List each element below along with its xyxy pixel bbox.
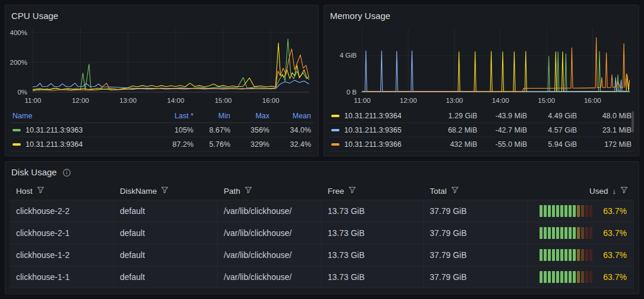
column-header-used[interactable]: Used↓ bbox=[528, 182, 634, 200]
disk-table: HostDiskNamePathFreeTotalUsed↓ clickhous… bbox=[10, 182, 634, 288]
gauge-segment bbox=[589, 227, 592, 239]
legend-col-name[interactable]: Name bbox=[12, 112, 147, 120]
column-header-diskname[interactable]: DiskName bbox=[114, 182, 218, 200]
filter-icon[interactable] bbox=[37, 186, 45, 196]
series-line-10.31.211.3:9366 bbox=[33, 49, 309, 90]
used-percent: 63.7% bbox=[599, 250, 627, 260]
used-gauge bbox=[540, 249, 592, 261]
series-swatch bbox=[331, 143, 340, 146]
filter-icon[interactable] bbox=[161, 186, 169, 196]
gauge-segment bbox=[577, 271, 580, 283]
memory-usage-chart[interactable]: 11:0012:0013:0014:0015:0016:000 B4 GiB bbox=[329, 23, 634, 108]
series-line-10.31.211.3:9365 bbox=[33, 80, 309, 89]
series-line-10.31.211.3:9364 bbox=[33, 43, 309, 90]
disk-usage-panel: Disk Usage HostDiskNamePathFreeTotalUsed… bbox=[5, 161, 639, 294]
gauge-segment bbox=[544, 271, 547, 283]
cell-free: 13.73 GiB bbox=[322, 222, 424, 244]
gauge-segment bbox=[585, 271, 588, 283]
legend-value: -42.7 MiB bbox=[477, 126, 527, 134]
used-percent: 63.7% bbox=[599, 206, 627, 216]
legend-value: 432 MiB bbox=[420, 140, 477, 149]
cell-total: 37.79 GiB bbox=[424, 222, 528, 244]
table-row: clickhouse-1-1default/var/lib/clickhouse… bbox=[10, 266, 634, 288]
memory-panel-title[interactable]: Memory Usage bbox=[329, 9, 634, 23]
cell-host: clickhouse-2-2 bbox=[10, 200, 114, 222]
series-swatch bbox=[12, 129, 21, 131]
gauge-segment bbox=[585, 227, 588, 239]
filter-icon[interactable] bbox=[620, 186, 628, 196]
cell-host: clickhouse-1-2 bbox=[10, 244, 114, 266]
cell-free: 13.73 GiB bbox=[322, 200, 424, 222]
legend-scrollbar[interactable] bbox=[632, 111, 634, 133]
gauge-segment bbox=[573, 205, 576, 217]
gauge-segment bbox=[577, 227, 580, 239]
cell-diskname: default bbox=[114, 222, 218, 244]
legend-series-name[interactable]: 10.31.211.3:9365 bbox=[344, 126, 401, 134]
legend-series-name[interactable]: 10.31.211.3:9363 bbox=[26, 126, 83, 134]
legend-series-name[interactable]: 10.31.211.3:9364 bbox=[26, 140, 83, 149]
legend-row: 10.31.211.3:936487.2%5.76%329%32.4% bbox=[10, 137, 313, 152]
used-gauge bbox=[540, 227, 592, 239]
series-line-10.31.211.3:9366 bbox=[362, 37, 629, 92]
cpu-panel-title[interactable]: CPU Usage bbox=[10, 9, 313, 23]
filter-icon[interactable] bbox=[245, 186, 252, 196]
cell-total: 37.79 GiB bbox=[424, 266, 528, 288]
filter-icon[interactable] bbox=[451, 186, 459, 196]
y-tick-label: 0% bbox=[17, 89, 27, 96]
table-row: clickhouse-2-1default/var/lib/clickhouse… bbox=[10, 222, 634, 244]
used-gauge bbox=[540, 271, 592, 283]
legend-series-name[interactable]: 10.31.211.3:9364 bbox=[344, 112, 401, 120]
sort-desc-icon[interactable]: ↓ bbox=[613, 187, 617, 195]
gauge-segment bbox=[589, 205, 592, 217]
column-header-path[interactable]: Path bbox=[218, 182, 322, 200]
cell-diskname: default bbox=[114, 200, 218, 222]
cpu-legend: NameLast *MinMaxMean10.31.211.3:9363105%… bbox=[10, 109, 313, 152]
legend-row: 10.31.211.3:936568.2 MiB-42.7 MiB4.57 Gi… bbox=[329, 123, 634, 137]
legend-row: 10.31.211.3:93641.29 GiB-43.9 MiB4.49 Gi… bbox=[329, 109, 634, 123]
cell-total: 37.79 GiB bbox=[424, 244, 528, 266]
gauge-segment bbox=[544, 205, 547, 217]
legend-value: 32.4% bbox=[269, 140, 311, 149]
legend-row: 10.31.211.3:9363105%8.67%356%34.0% bbox=[10, 123, 313, 137]
cell-diskname: default bbox=[114, 244, 218, 266]
cell-free: 13.73 GiB bbox=[322, 266, 424, 288]
memory-legend: 10.31.211.3:93641.29 GiB-43.9 MiB4.49 Gi… bbox=[329, 109, 634, 152]
cpu-usage-chart[interactable]: 11:0012:0013:0014:0015:0016:000%200%400% bbox=[10, 23, 313, 108]
gauge-segment bbox=[569, 249, 572, 261]
legend-value: 68.2 MiB bbox=[420, 126, 477, 134]
column-header-host[interactable]: Host bbox=[10, 182, 114, 200]
legend-col-max[interactable]: Max bbox=[230, 112, 269, 120]
legend-col-min[interactable]: Min bbox=[193, 112, 230, 120]
series-swatch bbox=[12, 143, 21, 146]
cell-host: clickhouse-2-1 bbox=[10, 222, 114, 244]
gauge-segment bbox=[544, 227, 547, 239]
gauge-segment bbox=[564, 227, 567, 239]
x-tick-label: 14:00 bbox=[167, 97, 185, 104]
x-tick-label: 14:00 bbox=[492, 97, 509, 104]
used-percent: 63.7% bbox=[599, 228, 627, 238]
legend-col-mean[interactable]: Mean bbox=[269, 112, 311, 120]
gauge-segment bbox=[569, 227, 572, 239]
dashboard: CPU Usage 11:0012:0013:0014:0015:0016:00… bbox=[0, 0, 644, 299]
y-tick-label: 4 GiB bbox=[340, 52, 357, 59]
gauge-segment bbox=[589, 249, 592, 261]
column-header-total[interactable]: Total bbox=[424, 182, 528, 200]
disk-panel-title[interactable]: Disk Usage bbox=[10, 165, 57, 180]
legend-value: 5.76% bbox=[193, 140, 230, 149]
used-percent: 63.7% bbox=[599, 272, 627, 282]
y-tick-label: 400% bbox=[10, 29, 27, 36]
legend-value: 8.67% bbox=[193, 126, 230, 134]
table-row: clickhouse-1-2default/var/lib/clickhouse… bbox=[10, 244, 634, 266]
filter-icon[interactable] bbox=[348, 186, 356, 196]
legend-series-name[interactable]: 10.31.211.3:9366 bbox=[344, 140, 401, 149]
info-icon[interactable] bbox=[62, 168, 71, 177]
column-header-free[interactable]: Free bbox=[322, 182, 424, 200]
legend-col-last[interactable]: Last * bbox=[147, 112, 193, 120]
cell-total: 37.79 GiB bbox=[424, 200, 528, 222]
gauge-segment bbox=[573, 249, 576, 261]
column-header-label: Host bbox=[16, 187, 33, 196]
series-line-10.31.211.3:9364 bbox=[362, 51, 629, 92]
gauge-segment bbox=[556, 249, 559, 261]
cell-path: /var/lib/clickhouse/ bbox=[218, 222, 322, 244]
table-row: clickhouse-2-2default/var/lib/clickhouse… bbox=[10, 200, 634, 222]
